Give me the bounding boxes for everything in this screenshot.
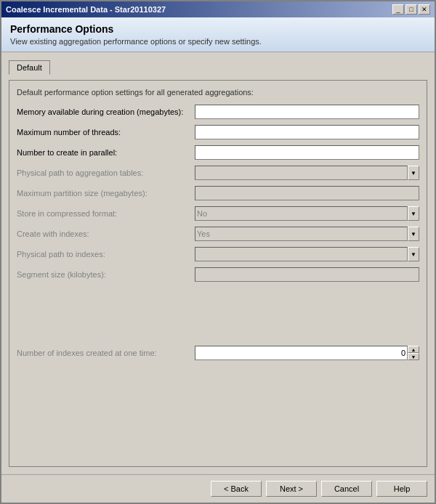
memory-label: Memory available during creation (megaby… bbox=[17, 107, 195, 116]
phys-index-input bbox=[195, 247, 408, 261]
threads-input[interactable] bbox=[195, 125, 419, 139]
tab-default[interactable]: Default bbox=[9, 60, 50, 75]
compressed-row: Store in compressed format: ▼ bbox=[17, 206, 419, 221]
indexes-input bbox=[195, 227, 408, 241]
compressed-input bbox=[195, 206, 408, 221]
maximize-button[interactable]: □ bbox=[405, 4, 417, 15]
indexes-label: Create with indexes: bbox=[17, 229, 195, 238]
num-indexes-input[interactable] bbox=[195, 346, 408, 360]
title-bar: Coalesce Incremental Data - Star20110327… bbox=[1, 1, 435, 17]
phys-path-select-wrapper: ▼ bbox=[195, 166, 419, 180]
phys-index-row: Physical path to indexes: ▼ bbox=[17, 246, 419, 262]
segment-label: Segment size (kilobytes): bbox=[17, 270, 195, 279]
phys-index-label: Physical path to indexes: bbox=[17, 250, 195, 259]
phys-index-dropdown-btn: ▼ bbox=[408, 247, 419, 261]
segment-input bbox=[195, 267, 419, 282]
phys-path-input bbox=[195, 166, 408, 180]
window-title: Coalesce Incremental Data - Star20110327 bbox=[6, 5, 166, 14]
page-subtitle: View existing aggregation performance op… bbox=[10, 37, 426, 46]
spin-down-button[interactable]: ▼ bbox=[408, 353, 419, 360]
parallel-label: Number to create in parallel: bbox=[17, 148, 195, 157]
indexes-select-wrapper: ▼ bbox=[195, 227, 419, 241]
max-partition-input bbox=[195, 186, 419, 200]
back-button[interactable]: < Back bbox=[211, 481, 262, 497]
footer: < Back Next > Cancel Help bbox=[1, 474, 435, 503]
segment-row: Segment size (kilobytes): bbox=[17, 267, 419, 283]
main-window: Coalesce Incremental Data - Star20110327… bbox=[0, 0, 436, 504]
parallel-input[interactable] bbox=[195, 145, 419, 160]
page-title: Performance Options bbox=[10, 23, 426, 35]
close-button[interactable]: ✕ bbox=[419, 4, 430, 15]
max-partition-label: Maximum partition size (megabytes): bbox=[17, 189, 195, 198]
compressed-label: Store in compressed format: bbox=[17, 209, 195, 218]
phys-index-select-wrapper: ▼ bbox=[195, 247, 419, 261]
phys-path-dropdown-btn: ▼ bbox=[408, 166, 419, 180]
indexes-dropdown-btn: ▼ bbox=[408, 227, 419, 241]
threads-row: Maximum number of threads: bbox=[17, 124, 419, 140]
content-area: Default Default performance option setti… bbox=[1, 52, 435, 474]
minimize-button[interactable]: _ bbox=[392, 4, 404, 15]
compressed-select-wrapper: ▼ bbox=[195, 206, 419, 221]
title-controls: _ □ ✕ bbox=[392, 4, 430, 15]
header-area: Performance Options View existing aggreg… bbox=[1, 17, 435, 52]
spin-buttons: ▲ ▼ bbox=[408, 346, 419, 360]
num-indexes-row: Number of indexes created at one time: ▲… bbox=[17, 345, 419, 361]
spin-up-button[interactable]: ▲ bbox=[408, 346, 419, 353]
threads-label: Maximum number of threads: bbox=[17, 128, 195, 137]
tab-bar: Default bbox=[9, 60, 427, 74]
phys-path-row: Physical path to aggregation tables: ▼ bbox=[17, 165, 419, 181]
indexes-row: Create with indexes: ▼ bbox=[17, 226, 419, 242]
compressed-dropdown-btn: ▼ bbox=[408, 206, 419, 221]
memory-row: Memory available during creation (megaby… bbox=[17, 104, 419, 120]
next-button[interactable]: Next > bbox=[266, 481, 317, 497]
memory-input[interactable] bbox=[195, 105, 419, 119]
phys-path-label: Physical path to aggregation tables: bbox=[17, 168, 195, 177]
parallel-row: Number to create in parallel: bbox=[17, 145, 419, 160]
cancel-button[interactable]: Cancel bbox=[321, 481, 372, 497]
options-panel: Default performance option settings for … bbox=[9, 80, 427, 467]
num-indexes-spin-wrapper: ▲ ▼ bbox=[195, 346, 419, 360]
num-indexes-label: Number of indexes created at one time: bbox=[17, 349, 195, 357]
max-partition-row: Maximum partition size (megabytes): bbox=[17, 185, 419, 201]
spacer bbox=[17, 287, 419, 345]
help-button[interactable]: Help bbox=[376, 481, 427, 497]
panel-description: Default performance option settings for … bbox=[17, 88, 419, 97]
